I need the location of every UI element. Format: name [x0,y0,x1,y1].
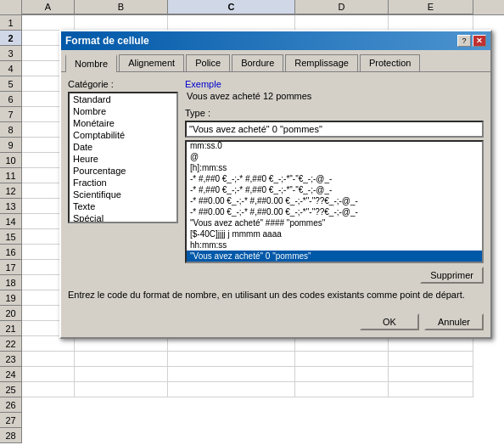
right-panel: Exemple Vous avez acheté 12 pommes Type … [185,79,484,284]
example-label: Exemple [185,79,484,89]
format-item[interactable]: hh:mm:ss [187,239,482,251]
dialog-content: Catégorie : StandardNombreMonétaireCompt… [61,71,490,337]
format-item[interactable]: [$-40C]jjjj j mmmm aaaa [187,228,482,239]
category-item[interactable]: Date [70,141,176,153]
tab-nombre[interactable]: Nombre [65,54,117,72]
category-item[interactable]: Standard [70,93,176,105]
format-item[interactable]: @ [187,151,482,162]
col-headers-row: A B C D E [0,0,504,15]
category-item[interactable]: Heure [70,153,176,165]
ok-button[interactable]: OK [360,313,419,330]
type-input[interactable] [185,121,484,138]
col-header-d: D [295,0,389,14]
format-item[interactable]: -* ##0.00 €_-;-* #,##0.00 €_-;-*"-"??€_-… [187,206,482,217]
close-button[interactable]: ✕ [473,35,486,47]
category-list[interactable]: StandardNombreMonétaireComptabilitéDateH… [68,92,178,223]
category-item[interactable]: Monétaire [70,117,176,129]
col-header-a: A [22,0,75,14]
tab-remplissage[interactable]: Remplissage [285,54,358,71]
format-cell-dialog: Format de cellule ? ✕ Nombre Alignement … [59,30,492,339]
format-item[interactable]: -* #,##0 €_-;-* #,##0 €_-;-*"-"€_-;-@_- [187,173,482,184]
format-item[interactable]: -* #,##0 €_-;-* #,##0 €_-;-*"-"€_-;-@_- [187,184,482,195]
format-item[interactable]: mm:ss.0 [187,140,482,151]
col-header-b: B [75,0,168,14]
col-header-e: E [389,0,473,14]
format-item[interactable]: "Vous avez acheté" #### "pommes" [187,217,482,228]
bottom-buttons: OK Annuler [68,308,484,330]
category-item[interactable]: Spécial [70,212,176,223]
format-item[interactable]: "Vous avez acheté" 0 "pommes" [187,251,482,262]
main-area: Catégorie : StandardNombreMonétaireCompt… [68,79,484,284]
dialog-title: Format de cellule [65,35,149,47]
tab-protection[interactable]: Protection [360,54,421,71]
category-box: Catégorie : StandardNombreMonétaireCompt… [68,79,178,284]
category-label: Catégorie : [68,79,178,89]
format-item[interactable]: -* ##0.00 €_-;-* #,##0.00 €_-;-*"-"??€_-… [187,195,482,206]
category-item[interactable]: Fraction [70,177,176,189]
tabs-container: Nombre Alignement Police Bordure Remplis… [61,50,490,71]
format-list[interactable]: mm:ss.0@[h]:mm:ss-* #,##0 €_-;-* #,##0 €… [185,140,484,263]
tab-alignement[interactable]: Alignement [119,54,184,71]
type-label: Type : [185,108,484,118]
tab-police[interactable]: Police [186,54,230,71]
category-item[interactable]: Scientifique [70,189,176,200]
description-text: Entrez le code du format de nombre, en u… [68,289,484,301]
category-item[interactable]: Nombre [70,105,176,117]
col-header-c: C [168,0,295,14]
category-item[interactable]: Texte [70,200,176,212]
cancel-button[interactable]: Annuler [424,313,484,330]
delete-btn-row: Supprimer [185,267,484,284]
dialog-titlebar: Format de cellule ? ✕ [61,31,490,50]
title-buttons: ? ✕ [457,35,486,47]
row-headers: 1 2 3 4 5 6 7 8 9 10 11 12 13 14 15 16 1… [0,15,22,443]
format-item[interactable]: [h]:mm:ss [187,162,482,173]
delete-button[interactable]: Supprimer [420,267,484,284]
sheet-corner [0,0,22,15]
category-item[interactable]: Comptabilité [70,129,176,141]
category-item[interactable]: Pourcentage [70,165,176,177]
example-value: Vous avez acheté 12 pommes [185,91,484,101]
help-button[interactable]: ? [457,35,471,47]
tab-bordure[interactable]: Bordure [232,54,283,71]
